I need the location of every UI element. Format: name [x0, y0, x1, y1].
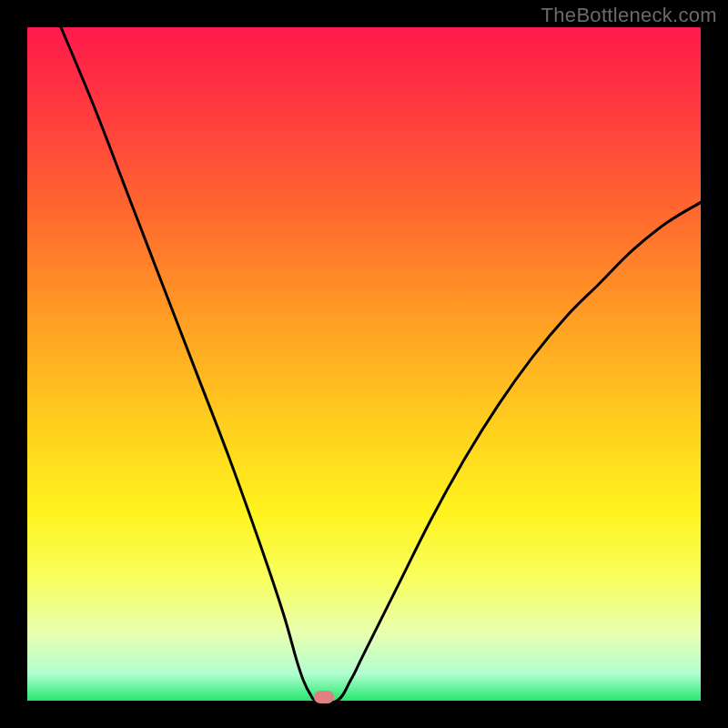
notch-marker — [314, 691, 334, 703]
watermark-text: TheBottleneck.com — [541, 4, 717, 27]
plot-area — [27, 27, 701, 701]
gradient-background — [27, 27, 701, 701]
plot-svg — [27, 27, 701, 701]
chart-frame: TheBottleneck.com — [0, 0, 728, 728]
